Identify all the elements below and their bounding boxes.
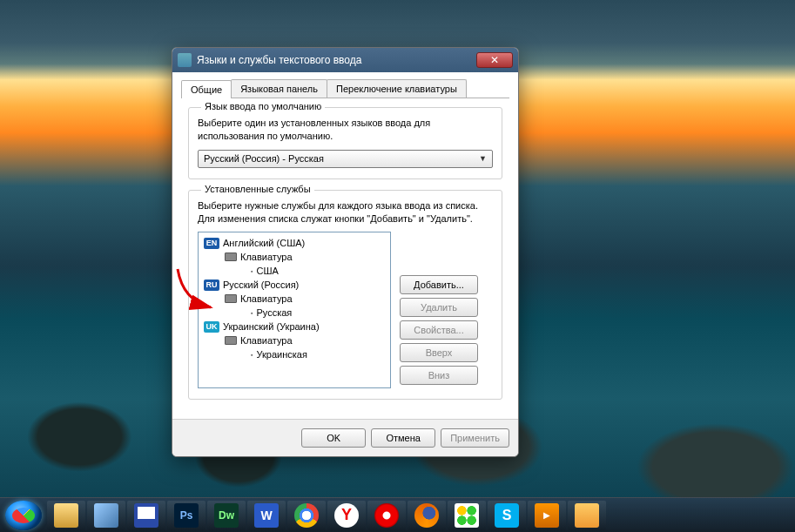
- lang-settings-icon: [575, 503, 599, 528]
- tree-keyboard-node[interactable]: Клавиатура: [200, 333, 388, 347]
- firefox-icon: [414, 503, 439, 528]
- dreamweaver-icon: Dw: [214, 503, 239, 528]
- tree-language-node[interactable]: RUРусский (Россия): [200, 278, 388, 292]
- opera-icon: [374, 503, 399, 528]
- taskbar-lang-settings[interactable]: [568, 501, 606, 530]
- taskbar-icq[interactable]: [448, 501, 486, 530]
- ok-button[interactable]: OK: [301, 428, 366, 448]
- taskbar-notepad[interactable]: [87, 501, 125, 530]
- taskbar-yandex[interactable]: Y: [327, 501, 366, 530]
- lang-badge: EN: [204, 238, 219, 249]
- move-down-button[interactable]: Вниз: [400, 366, 478, 385]
- apply-button[interactable]: Применить: [441, 428, 509, 448]
- tab-strip: ОбщиеЯзыковая панельПереключение клавиат…: [181, 79, 509, 98]
- taskbar-word[interactable]: W: [247, 501, 286, 530]
- lang-badge: UK: [204, 321, 219, 333]
- cancel-button[interactable]: Отмена: [371, 428, 435, 448]
- window-icon: [178, 53, 192, 67]
- taskbar-media-player[interactable]: [528, 501, 566, 530]
- keyboard-label: Клавиатура: [240, 252, 293, 262]
- keyboard-icon: [225, 294, 237, 303]
- titlebar[interactable]: Языки и службы текстового ввода ✕: [172, 48, 518, 72]
- icq-icon: [455, 503, 479, 528]
- dropdown-value: Русский (Россия) - Русская: [204, 153, 324, 164]
- taskbar-opera[interactable]: [367, 501, 406, 530]
- skype-icon: S: [495, 503, 519, 528]
- notepad-icon: [94, 503, 118, 528]
- remove-button[interactable]: Удалить: [400, 298, 478, 317]
- chevron-down-icon: ▼: [479, 154, 487, 163]
- start-button[interactable]: [5, 501, 42, 530]
- word-icon: W: [254, 503, 279, 528]
- tree-keyboard-node[interactable]: Клавиатура: [200, 250, 388, 264]
- group-title: Язык ввода по умолчанию: [201, 101, 325, 111]
- keyboard-label: Клавиатура: [240, 335, 293, 346]
- language-name: Русский (Россия): [223, 279, 299, 290]
- installed-services-group: Установленные службы Выберите нужные слу…: [188, 190, 502, 401]
- tree-layout-node[interactable]: США: [200, 264, 388, 278]
- tree-keyboard-node[interactable]: Клавиатура: [200, 292, 388, 306]
- taskbar-dreamweaver[interactable]: Dw: [207, 501, 246, 530]
- move-up-button[interactable]: Вверх: [400, 343, 478, 362]
- taskbar-explorer[interactable]: [47, 501, 85, 530]
- taskbar-firefox[interactable]: [408, 501, 446, 530]
- tab-0[interactable]: Общие: [181, 80, 232, 98]
- taskbar-photoshop[interactable]: Ps: [167, 501, 205, 530]
- desktop: Языки и службы текстового ввода ✕ ОбщиеЯ…: [0, 0, 795, 532]
- add-button[interactable]: Добавить...: [400, 275, 478, 294]
- language-name: Украинский (Украина): [223, 321, 320, 332]
- properties-button[interactable]: Свойства...: [400, 320, 478, 340]
- keyboard-icon: [225, 336, 237, 345]
- group-title: Установленные службы: [201, 184, 314, 194]
- taskbar: PsDwWYS: [0, 497, 795, 532]
- close-button[interactable]: ✕: [476, 52, 513, 68]
- group-hint: Выберите один из установленных языков вв…: [198, 117, 493, 143]
- dialog-footer: OK Отмена Применить: [172, 419, 518, 456]
- yandex-icon: Y: [334, 503, 359, 528]
- default-language-group: Язык ввода по умолчанию Выберите один из…: [188, 107, 502, 179]
- tab-1[interactable]: Языковая панель: [231, 79, 327, 98]
- tree-language-node[interactable]: UKУкраинский (Украина): [200, 320, 388, 333]
- window-title: Языки и службы текстового ввода: [197, 54, 361, 66]
- media-player-icon: [535, 503, 559, 528]
- tab-2[interactable]: Переключение клавиатуры: [327, 79, 467, 98]
- explorer-icon: [54, 503, 78, 528]
- tree-layout-node[interactable]: Украинская: [200, 347, 388, 361]
- photoshop-icon: Ps: [174, 503, 199, 528]
- default-language-dropdown[interactable]: Русский (Россия) - Русская ▼: [198, 150, 493, 168]
- group-hint: Выберите нужные службы для каждого языка…: [198, 199, 493, 226]
- taskbar-chrome[interactable]: [287, 501, 326, 530]
- save-icon: [134, 503, 158, 528]
- lang-badge: RU: [204, 279, 219, 291]
- keyboard-icon: [225, 253, 237, 261]
- languages-tree[interactable]: ENАнглийский (США)КлавиатураСШАRUРусский…: [198, 232, 391, 388]
- lang-services-dialog: Языки и службы текстового ввода ✕ ОбщиеЯ…: [172, 47, 519, 457]
- language-name: Английский (США): [223, 238, 305, 248]
- tree-layout-node[interactable]: Русская: [200, 306, 388, 320]
- chrome-icon: [294, 503, 319, 528]
- keyboard-label: Клавиатура: [240, 293, 293, 304]
- close-icon: ✕: [490, 54, 499, 66]
- tree-language-node[interactable]: ENАнглийский (США): [200, 236, 388, 250]
- taskbar-save[interactable]: [127, 501, 165, 530]
- taskbar-skype[interactable]: S: [488, 501, 526, 530]
